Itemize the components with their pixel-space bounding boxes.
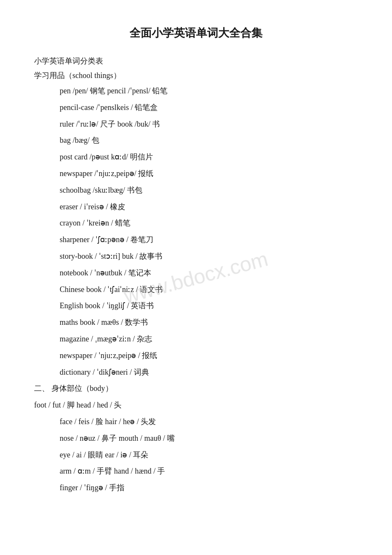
content-line-18: newspaper / ˈnjuːz,peipə / 报纸 [60, 350, 358, 362]
content-line-11: sharpener / ˈʃɑːpənə / 卷笔刀 [60, 234, 358, 246]
content-line-7: newspaper /ˈnjuːz,peipə/ 报纸 [60, 168, 358, 180]
content-line-24: eye / ai / 眼睛 ear / iə / 耳朵 [60, 449, 358, 461]
content-line-25: arm / ɑːm / 手臂 hand / hænd / 手 [60, 465, 358, 477]
content-line-16: maths book / mæθs / 数学书 [60, 316, 358, 329]
content-line-13: notebook / ˈnəutbuk / 笔记本 [60, 267, 358, 279]
content-line-4: ruler /ˈruːlə/ 尺子 book /buk/ 书 [60, 118, 358, 130]
content-line-20: 二、 身体部位（body） [34, 382, 358, 395]
content-line-8: schoolbag /skuːlbæg/ 书包 [60, 184, 358, 197]
content-line-17: magazine / ˌmægəˈziːn / 杂志 [60, 333, 358, 345]
content-line-5: bag /bæg/ 包 [60, 134, 358, 147]
content-line-12: story-book / ˈstɔːri] buk / 故事书 [60, 250, 358, 263]
content-line-6: post card /pəust kɑːd/ 明信片 [60, 151, 358, 163]
content-line-22: face / feis / 脸 hair / heə / 头发 [60, 416, 358, 428]
content-line-19: dictionary / ˈdikʃəneri / 词典 [60, 366, 358, 379]
content-line-15: English book / ˈiŋgliʃ / 英语书 [60, 300, 358, 312]
content-line-2: pen /pen/ 钢笔 pencil /ˈpensl/ 铅笔 [60, 85, 358, 97]
content-line-9: eraser / iˈreisə / 橡皮 [60, 201, 358, 213]
content-line-0: 小学英语单词分类表 [34, 56, 358, 66]
content-line-1: 学习用品（school things） [34, 70, 358, 81]
content-area: 小学英语单词分类表学习用品（school things）pen /pen/ 钢笔… [34, 56, 358, 494]
content-line-26: finger / ˈfiŋgə / 手指 [60, 482, 358, 494]
content-line-23: nose / nəuz / 鼻子 mouth / mauθ / 嘴 [60, 432, 358, 445]
content-line-3: pencil-case /ˈpenslkeis / 铅笔盒 [60, 101, 358, 114]
page-title: 全面小学英语单词大全合集 [34, 26, 358, 40]
content-line-14: Chinese book / ˈtʃaiˈniːz / 语文书 [60, 283, 358, 296]
content-line-10: crayon / ˈkreiən / 蜡笔 [60, 217, 358, 229]
content-line-21: foot / fut / 脚 head / hed / 头 [34, 399, 358, 411]
